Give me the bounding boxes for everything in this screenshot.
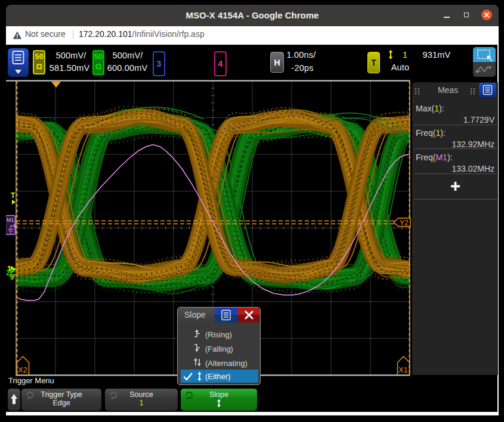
svg-text:T: T: [11, 191, 16, 200]
svg-text:X1: X1: [398, 365, 408, 374]
svg-text:M1: M1: [7, 217, 14, 223]
svg-text:Y2: Y2: [400, 219, 409, 227]
svg-text:X2: X2: [18, 365, 27, 374]
